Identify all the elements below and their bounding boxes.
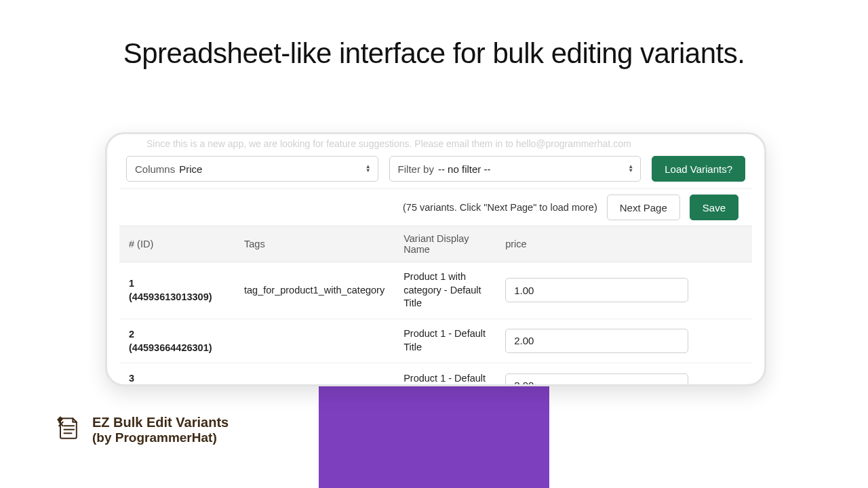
row-number: 1 <box>129 277 225 290</box>
cell-tags <box>235 363 394 386</box>
table-row: 1(44593613013309)tag_for_product1_with_c… <box>119 262 752 319</box>
pager-bar: (75 variants. Click "Next Page" to load … <box>119 189 752 226</box>
page-headline: Spreadsheet-like interface for bulk edit… <box>0 37 868 70</box>
price-input[interactable] <box>505 373 688 386</box>
price-input[interactable] <box>505 278 688 302</box>
cell-price <box>496 319 752 363</box>
price-input[interactable] <box>505 329 688 353</box>
next-page-button[interactable]: Next Page <box>607 195 680 220</box>
cell-display-name: Product 1 - Default Title <box>394 319 496 363</box>
col-header-price: price <box>496 226 752 262</box>
brand-line-2: (by ProgrammerHat) <box>92 430 229 446</box>
row-paren-id: (44593664426301) <box>129 341 225 354</box>
variant-count-hint: (75 variants. Click "Next Page" to load … <box>403 202 597 213</box>
cell-tags: tag_for_product1_with_category <box>235 262 394 319</box>
cell-id: 3(44593666359613) <box>119 363 235 386</box>
cell-id: 1(44593613013309) <box>119 262 235 319</box>
edit-document-icon <box>53 413 83 446</box>
col-header-name: Variant Display Name <box>394 226 496 262</box>
columns-select-value: Price <box>179 163 202 175</box>
filter-select-label: Filter by <box>398 163 434 175</box>
brand-text: EZ Bulk Edit Variants (by ProgrammerHat) <box>92 414 229 446</box>
toolbar: Columns Price ▲▼ Filter by -- no filter … <box>119 156 752 189</box>
cell-display-name: Product 1 - Default Title <box>394 363 496 386</box>
cell-display-name: Product 1 with category - Default Title <box>394 262 496 319</box>
chevron-updown-icon: ▲▼ <box>628 165 633 173</box>
filter-select-value: -- no filter -- <box>438 163 491 175</box>
row-paren-id: (44593613013309) <box>129 290 225 304</box>
cell-tags <box>235 319 394 363</box>
cell-price <box>496 262 752 319</box>
brand-badge: EZ Bulk Edit Variants (by ProgrammerHat) <box>53 413 229 446</box>
table-row: 3(44593666359613)Product 1 - Default Tit… <box>119 363 752 386</box>
cell-price <box>496 363 752 386</box>
row-paren-id: (44593666359613) <box>129 386 225 386</box>
col-header-tags: Tags <box>235 226 394 262</box>
notice-text-truncated: Since this is a new app, we are looking … <box>119 137 752 153</box>
save-button[interactable]: Save <box>690 195 738 220</box>
col-header-id: # (ID) <box>119 226 235 262</box>
cell-id: 2(44593664426301) <box>119 319 235 363</box>
table-row: 2(44593664426301)Product 1 - Default Tit… <box>119 319 752 363</box>
columns-select[interactable]: Columns Price ▲▼ <box>126 156 378 182</box>
load-variants-button[interactable]: Load Variants? <box>652 156 745 182</box>
chevron-updown-icon: ▲▼ <box>366 165 371 173</box>
row-number: 2 <box>129 327 225 341</box>
filter-select[interactable]: Filter by -- no filter -- ▲▼ <box>389 156 642 182</box>
decorative-purple-block <box>319 386 549 488</box>
variants-table: # (ID) Tags Variant Display Name price 1… <box>119 226 752 386</box>
app-frame: Since this is a new app, we are looking … <box>105 132 766 386</box>
row-number: 3 <box>129 371 225 385</box>
brand-line-1: EZ Bulk Edit Variants <box>92 414 229 430</box>
columns-select-label: Columns <box>135 163 175 175</box>
